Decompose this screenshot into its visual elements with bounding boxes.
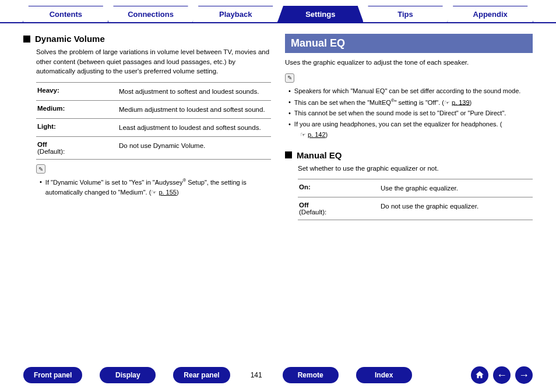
tab-appendix[interactable]: Appendix [447,6,533,22]
heading-text: Dynamic Volume [35,34,105,44]
nav-icons: ← → [471,366,533,384]
banner-manual-eq: Manual EQ [285,34,533,53]
nav-remote[interactable]: Remote [283,367,339,383]
option-row: Off(Default): Do not use Dynamic Volume. [36,136,271,160]
note-bullet: If "Dynamic Volume" is set to "Yes" in "… [40,177,271,197]
heading-manual-eq-sub: Manual EQ [285,150,533,160]
hand-icon: ☞ [444,98,450,105]
tab-connections[interactable]: Connections [108,6,194,22]
heading-text: Manual EQ [297,150,342,160]
option-row: On: Use the graphic equalizer. [298,179,533,197]
hand-icon: ☞ [151,189,157,196]
tab-contents[interactable]: Contents [23,6,109,22]
tab-tips[interactable]: Tips [363,6,449,22]
option-label: Light: [37,123,119,132]
page-link-139[interactable]: p. 139 [452,98,470,105]
manual-eq-options: On: Use the graphic equalizer. Off(Defau… [298,179,533,220]
note-bullet: If you are using headphones, you can set… [288,119,533,139]
page-link-155[interactable]: p. 155 [159,189,177,196]
home-icon[interactable] [471,366,488,384]
note-bullet: Speakers for which "Manual EQ" can be se… [288,86,533,96]
option-desc: Medium adjustment to loudest and softest… [119,105,270,114]
note-block: ✎ If "Dynamic Volume" is set to "Yes" in… [36,164,271,197]
tab-settings[interactable]: Settings [277,6,364,22]
next-page-icon[interactable]: → [515,366,533,384]
nav-display[interactable]: Display [100,367,156,383]
option-row: Medium: Medium adjustment to loudest and… [36,100,271,118]
pencil-icon: ✎ [285,73,294,83]
nav-index[interactable]: Index [356,367,412,383]
option-row: Off(Default): Do not use the graphic equ… [298,197,533,220]
dynamic-volume-lead: Solves the problem of large variations i… [36,47,271,76]
dynamic-volume-options: Heavy: Most adjustment to softest and lo… [36,82,271,160]
note-bullet: This cannot be set when the sound mode i… [288,108,533,118]
page-link-142[interactable]: p. 142 [308,131,326,138]
option-desc: Least adjustment to loudest and softest … [119,123,270,132]
option-label: Medium: [37,105,119,114]
option-desc: Use the graphic equalizer. [381,183,532,193]
nav-rear-panel[interactable]: Rear panel [173,367,230,383]
top-tabs: Contents Connections Playback Settings T… [0,0,556,23]
content: Dynamic Volume Solves the problem of lar… [0,23,556,225]
nav-front-panel[interactable]: Front panel [23,367,82,383]
manual-eq-lead: Uses the graphic equalizer to adjust the… [285,58,533,68]
option-row: Heavy: Most adjustment to softest and lo… [36,82,271,100]
option-label: On: [299,183,381,193]
prev-page-icon[interactable]: ← [493,366,511,384]
option-label: Off(Default): [299,202,381,216]
left-column: Dynamic Volume Solves the problem of lar… [23,34,271,225]
heading-dynamic-volume: Dynamic Volume [23,34,271,44]
note-bullet: This can be set when the "MultEQ®" setti… [288,97,533,108]
pencil-icon: ✎ [36,164,45,174]
bottom-nav: Front panel Display Rear panel 141 Remot… [0,366,556,384]
option-row: Light: Least adjustment to loudest and s… [36,118,271,136]
hand-icon: ☞ [300,131,306,138]
option-label: Off(Default): [37,141,119,155]
tab-playback[interactable]: Playback [192,6,279,22]
option-label: Heavy: [37,87,119,96]
note-block: ✎ Speakers for which "Manual EQ" can be … [285,73,533,140]
page-number: 141 [248,371,265,379]
option-desc: Do not use the graphic equalizer. [381,202,532,216]
manual-eq-sub-lead: Set whether to use the graphic equalizer… [298,164,533,174]
right-column: Manual EQ Uses the graphic equalizer to … [285,34,533,225]
option-desc: Most adjustment to softest and loudest s… [119,87,270,96]
option-desc: Do not use Dynamic Volume. [119,141,270,155]
